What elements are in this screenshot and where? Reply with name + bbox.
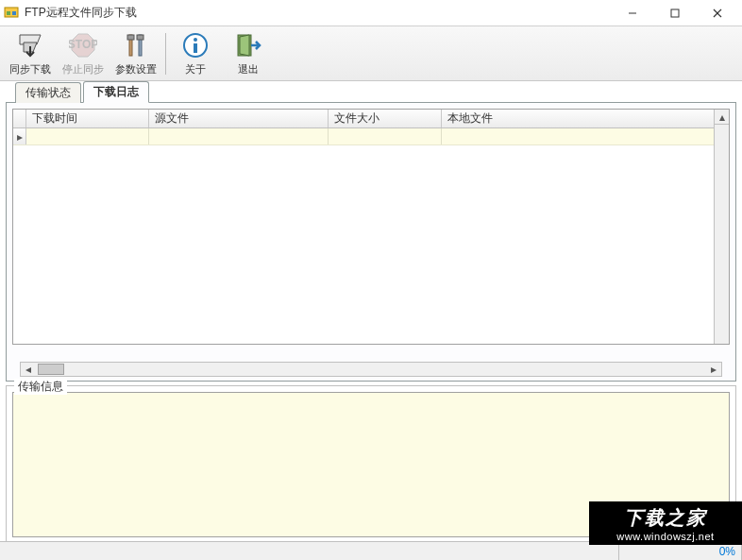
close-button[interactable] xyxy=(696,2,738,25)
exit-door-icon xyxy=(233,30,263,60)
sync-download-button[interactable]: 同步下载 xyxy=(4,28,57,79)
row-marker-header xyxy=(13,110,26,127)
app-icon xyxy=(4,6,19,21)
log-table: 下载时间 源文件 文件大小 本地文件 ▸ ▴ xyxy=(12,109,730,345)
info-icon xyxy=(180,30,211,60)
sync-download-label: 同步下载 xyxy=(9,62,51,76)
maximize-button[interactable] xyxy=(653,2,696,25)
title-bar: FTP远程文件同步下载 xyxy=(0,0,742,26)
transfer-info-label: 传输信息 xyxy=(14,379,67,395)
toolbar: 同步下载 STOP 停止同步 参数设置 关于 退出 xyxy=(0,26,742,81)
settings-button[interactable]: 参数设置 xyxy=(110,28,162,79)
row-marker-icon: ▸ xyxy=(13,128,26,144)
cell-source xyxy=(149,128,329,144)
svg-point-16 xyxy=(194,38,197,42)
stop-sync-label: 停止同步 xyxy=(62,62,104,76)
sync-down-icon xyxy=(15,30,45,60)
exit-button[interactable]: 退出 xyxy=(222,28,275,79)
about-label: 关于 xyxy=(185,62,206,76)
svg-marker-19 xyxy=(240,35,249,56)
watermark: 下载之家 www.windowszj.net xyxy=(589,501,742,545)
tab-row: 传输状态 下载日志 xyxy=(15,83,736,102)
vertical-scrollbar[interactable]: ▴ xyxy=(714,110,729,344)
tab-content: 下载时间 源文件 文件大小 本地文件 ▸ ▴ ◂ ▸ xyxy=(6,102,736,382)
window-title: FTP远程文件同步下载 xyxy=(25,5,611,21)
scroll-up-icon[interactable]: ▴ xyxy=(715,110,729,125)
toolbar-separator xyxy=(165,33,166,75)
cell-local xyxy=(442,128,729,144)
about-button[interactable]: 关于 xyxy=(169,28,222,79)
cell-time xyxy=(26,128,149,144)
svg-text:STOP: STOP xyxy=(69,38,97,51)
col-download-time[interactable]: 下载时间 xyxy=(26,110,149,127)
col-file-size[interactable]: 文件大小 xyxy=(329,110,442,127)
tools-icon xyxy=(121,30,151,60)
window-buttons xyxy=(611,2,738,25)
scroll-right-icon[interactable]: ▸ xyxy=(706,363,721,376)
svg-rect-14 xyxy=(137,35,143,40)
table-row[interactable]: ▸ xyxy=(13,128,729,145)
settings-label: 参数设置 xyxy=(115,62,157,76)
svg-rect-4 xyxy=(671,9,679,17)
svg-rect-17 xyxy=(194,43,197,53)
stop-sync-button: STOP 停止同步 xyxy=(57,28,110,79)
minimize-button[interactable] xyxy=(611,2,653,25)
tab-area: 传输状态 下载日志 下载时间 源文件 文件大小 本地文件 ▸ ▴ ◂ xyxy=(0,81,742,382)
stop-sign-icon: STOP xyxy=(68,30,98,60)
col-local-file[interactable]: 本地文件 xyxy=(442,110,729,127)
tab-transfer-status[interactable]: 传输状态 xyxy=(15,82,81,103)
svg-rect-1 xyxy=(7,11,10,15)
exit-label: 退出 xyxy=(238,62,259,76)
tab-download-log[interactable]: 下载日志 xyxy=(83,81,149,103)
watermark-text: 下载之家 xyxy=(624,505,707,531)
status-left xyxy=(0,542,619,560)
scroll-thumb[interactable] xyxy=(38,364,64,375)
col-source-file[interactable]: 源文件 xyxy=(149,110,329,127)
cell-size xyxy=(329,128,442,144)
svg-rect-2 xyxy=(12,11,16,15)
watermark-url: www.windowszj.net xyxy=(616,531,714,542)
table-header: 下载时间 源文件 文件大小 本地文件 xyxy=(13,110,729,128)
svg-rect-12 xyxy=(127,35,134,40)
horizontal-scrollbar[interactable]: ◂ ▸ xyxy=(20,362,722,377)
scroll-left-icon[interactable]: ◂ xyxy=(21,363,36,376)
